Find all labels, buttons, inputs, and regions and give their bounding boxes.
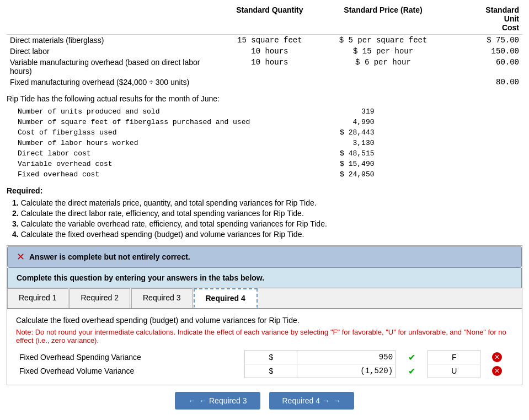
complete-box-text: Complete this question by entering your … (17, 273, 264, 282)
check-icon: ✔ (408, 353, 415, 362)
variance-row: Fixed Overhead Volume Variance $ (1,520)… (16, 364, 513, 378)
error-icon: ✕ (17, 252, 25, 262)
item-price: $ 5 per square feet (327, 35, 440, 46)
next-button[interactable]: Required 4 → → (269, 392, 354, 410)
list-item: 1.Calculate the direct materials price, … (12, 198, 522, 207)
next-button-label: Required 4 → (282, 396, 330, 405)
prev-button[interactable]: ← ← Required 3 (175, 392, 260, 410)
dollar-sign: $ (245, 364, 297, 378)
item-cost: 60.00 (440, 57, 522, 77)
next-arrow-icon: → (333, 396, 341, 405)
tab-required-4[interactable]: Required 4 (194, 288, 258, 308)
item-label: Direct labor (7, 46, 213, 57)
actual-label: Number of units produced and sold (15, 106, 286, 117)
actual-results-table: Number of units produced and sold 319 Nu… (15, 106, 377, 180)
desc-header (7, 4, 213, 35)
tab-required-2[interactable]: Required 2 (70, 288, 131, 308)
req-text: Calculate the direct labor rate, efficie… (21, 209, 304, 218)
item-quantity: 10 hours (213, 57, 327, 77)
answer-banner-text: Answer is complete but not entirely corr… (29, 252, 190, 261)
qty-header: Standard Quantity (213, 4, 327, 35)
check-icon: ✔ (408, 367, 415, 376)
list-item: 2.Calculate the direct labor rate, effic… (12, 209, 522, 218)
item-label: Direct materials (fiberglass) (7, 35, 213, 46)
table-row: Fixed manufacturing overhead ($24,000 ÷ … (7, 77, 522, 88)
error-icon: ✕ (492, 366, 502, 376)
error-icon: ✕ (492, 352, 502, 362)
item-quantity: 10 hours (213, 46, 327, 57)
list-item: 4.Calculate the fixed overhead spending … (12, 230, 522, 239)
page-wrapper: Standard Quantity Standard Price (Rate) … (0, 0, 529, 414)
variance-table: Fixed Overhead Spending Variance $ 950 ✔… (16, 350, 513, 378)
required-heading: Required: (7, 186, 522, 195)
req-text: Calculate the variable overhead rate, ef… (21, 219, 327, 228)
price-header: Standard Price (Rate) (327, 4, 440, 35)
tab-content: Calculate the fixed overhead spending (b… (7, 309, 522, 385)
variance-letter: U (428, 364, 480, 378)
actual-value: 4,990 (286, 117, 377, 127)
letter-error-cell: ✕ (480, 364, 513, 378)
item-quantity (213, 77, 327, 88)
actual-row: Number of square feet of fiberglass purc… (15, 117, 377, 127)
actual-value: $ 48,515 (286, 148, 377, 159)
tab4-note: Note: Do not round your intermediate cal… (16, 328, 513, 344)
actual-label: Number of labor hours worked (15, 138, 286, 148)
item-label: Variable manufacturing overhead (based o… (7, 57, 213, 77)
prev-arrow-icon: ← (188, 396, 196, 405)
actual-row: Fixed overhead cost $ 24,950 (15, 169, 377, 180)
actual-row: Variable overhead cost $ 15,490 (15, 159, 377, 169)
variance-value: (1,520) (297, 364, 396, 378)
variance-label: Fixed Overhead Spending Variance (16, 351, 245, 364)
item-price: $ 15 per hour (327, 46, 440, 57)
actual-label: Fixed overhead cost (15, 169, 286, 180)
actual-row: Number of labor hours worked 3,130 (15, 138, 377, 148)
item-cost: 150.00 (440, 46, 522, 57)
table-header-row: Standard Quantity Standard Price (Rate) … (7, 4, 522, 35)
item-price (327, 77, 440, 88)
actual-label: Cost of fiberglass used (15, 127, 286, 138)
actual-value: $ 15,490 (286, 159, 377, 169)
req-number: 3. (12, 219, 19, 228)
req-text: Calculate the direct materials price, qu… (21, 198, 317, 207)
variance-label: Fixed Overhead Volume Variance (16, 364, 245, 378)
variance-row: Fixed Overhead Spending Variance $ 950 ✔… (16, 351, 513, 364)
actual-value: $ 28,443 (286, 127, 377, 138)
actual-value: $ 24,950 (286, 169, 377, 180)
tabs-row: Required 1Required 2Required 3Required 4 (7, 288, 522, 309)
letter-error-cell: ✕ (480, 351, 513, 364)
prev-button-label: ← Required 3 (199, 396, 247, 405)
value-check-cell: ✔ (396, 364, 428, 378)
actual-label: Number of square feet of fiberglass purc… (15, 117, 286, 127)
table-row: Variable manufacturing overhead (based o… (7, 57, 522, 77)
actual-row: Cost of fiberglass used $ 28,443 (15, 127, 377, 138)
actual-label: Variable overhead cost (15, 159, 286, 169)
tab4-description: Calculate the fixed overhead spending (b… (16, 316, 513, 325)
req-number: 4. (12, 230, 19, 239)
table-row: Direct labor 10 hours $ 15 per hour 150.… (7, 46, 522, 57)
tab-required-3[interactable]: Required 3 (131, 288, 193, 308)
cost-header: StandardUnitCost (440, 4, 522, 35)
variance-value: 950 (297, 351, 396, 364)
actual-label: Direct labor cost (15, 148, 286, 159)
actual-results-intro: Rip Tide has the following actual result… (7, 94, 522, 103)
req-text: Calculate the fixed overhead spending (b… (21, 230, 304, 239)
value-check-cell: ✔ (396, 351, 428, 364)
table-row: Direct materials (fiberglass) 15 square … (7, 35, 522, 46)
standard-cost-table: Standard Quantity Standard Price (Rate) … (7, 4, 522, 88)
actual-row: Number of units produced and sold 319 (15, 106, 377, 117)
tab-required-1[interactable]: Required 1 (7, 288, 68, 308)
req-number: 1. (12, 198, 19, 207)
actual-row: Direct labor cost $ 48,515 (15, 148, 377, 159)
item-label: Fixed manufacturing overhead ($24,000 ÷ … (7, 77, 213, 88)
item-quantity: 15 square feet (213, 35, 327, 46)
item-cost: 80.00 (440, 77, 522, 88)
list-item: 3.Calculate the variable overhead rate, … (12, 219, 522, 228)
complete-box: Complete this question by entering your … (7, 268, 522, 288)
req-number: 2. (12, 209, 19, 218)
variance-letter: F (428, 351, 480, 364)
item-price: $ 6 per hour (327, 57, 440, 77)
item-cost: $ 75.00 (440, 35, 522, 46)
nav-buttons: ← ← Required 3 Required 4 → → (7, 392, 522, 410)
required-list: 1.Calculate the direct materials price, … (7, 198, 522, 239)
dollar-sign: $ (245, 351, 297, 364)
